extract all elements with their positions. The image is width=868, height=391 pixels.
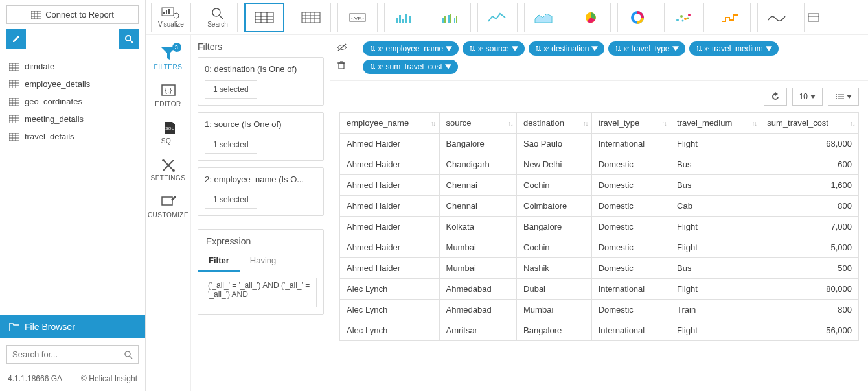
table-cell: 56,000 [760,320,859,341]
svg-point-90 [836,96,837,97]
table-icon [9,63,19,71]
donut-chart-tool[interactable] [617,3,657,32]
table-row[interactable]: Ahmed HaiderBangaloreSao PauloInternatio… [340,134,859,154]
table-row[interactable]: Ahmed HaiderChennaiCochinDomesticBus1,60… [340,175,859,196]
svg-point-92 [836,98,837,99]
page-size-dropdown[interactable]: 10 [792,88,823,106]
bar-chart-tool[interactable] [384,3,424,32]
column-header[interactable]: sum_travel_cost↑↓ [760,113,859,134]
table-item[interactable]: dimdate [6,58,139,75]
table-item[interactable]: employee_details [6,75,139,93]
table-cell: Mumbai [439,258,516,279]
grouped-bar-tool[interactable] [431,3,471,32]
step-chart-tool[interactable] [711,3,751,32]
view-mode-dropdown[interactable] [828,88,859,106]
table-icon [254,11,275,24]
column-pill[interactable]: x² employee_name [363,41,459,56]
grouped-bar-icon [440,11,461,24]
table-item[interactable]: geo_cordinates [6,93,139,110]
table-cell: 800 [760,196,859,217]
search-button[interactable] [119,29,139,49]
search-input[interactable] [12,350,124,359]
table-row[interactable]: Alec LynchAhmedabadMumbaiDomesticTrain80… [340,300,859,320]
side-tabs: 3 FILTERS {:} EDITOR SQL SQL SETTINGS CU… [146,35,191,391]
svg-rect-22 [9,115,19,123]
copyright-label: © Helical Insight [81,374,137,383]
settings-tab[interactable]: SETTINGS [149,152,188,185]
column-pill[interactable]: x² sum_travel_cost [363,60,458,74]
settings-icon [159,156,177,172]
area-chart-tool[interactable] [524,3,564,32]
column-header[interactable]: travel_medium↑↓ [670,113,760,134]
svg-rect-7 [9,63,19,71]
eye-off-icon[interactable] [337,43,347,54]
editor-tab[interactable]: {:} EDITOR [149,78,188,112]
filter-card[interactable]: 2: employee_name (Is O...1 selected [198,167,324,216]
table-item[interactable]: travel_details [6,128,139,145]
spline-chart-tool[interactable] [757,3,797,32]
filter-selected-badge[interactable]: 1 selected [205,80,257,99]
table-row[interactable]: Ahmed HaiderMumbaiNashikDomesticBus500 [340,258,859,279]
refresh-icon [771,92,780,101]
column-pill[interactable]: x² destination [529,41,605,56]
scatter-chart-tool[interactable] [664,3,704,32]
line-chart-tool[interactable] [477,3,518,32]
svg-point-68 [676,19,679,21]
pie-chart-tool[interactable] [571,3,611,32]
customize-tab[interactable]: CUSTOMIZE [149,189,188,222]
table-viz-tool[interactable] [244,3,284,32]
column-pill[interactable]: x² travel_type [608,41,685,56]
table-row[interactable]: Alec LynchAhmedabadDubaiInternationalFli… [340,279,859,300]
vf-icon: <VF> [347,11,368,24]
table-row[interactable]: Ahmed HaiderChennaiCoimbatoreDomesticCab… [340,196,859,217]
svg-rect-56 [399,15,401,23]
crosstab-tool[interactable] [291,3,331,32]
column-header[interactable]: employee_name↑↓ [340,113,440,134]
visualize-tool[interactable]: Visualize [151,3,191,32]
expr-tab-having[interactable]: Having [240,250,286,272]
filter-selected-badge[interactable]: 1 selected [205,136,257,154]
column-header[interactable]: source↑↓ [439,113,516,134]
data-table: employee_name↑↓source↑↓destination↑↓trav… [330,112,868,391]
table-row[interactable]: Ahmed HaiderChandigarhNew DelhiDomesticB… [340,154,859,175]
expr-tab-filter[interactable]: Filter [198,250,240,272]
vf-tool[interactable]: <VF> [337,3,378,32]
table-cell: Ahmed Haider [340,175,440,196]
edit-button[interactable] [6,29,26,49]
svg-text:{:}: {:} [165,87,172,94]
table-item[interactable]: meeting_details [6,110,139,128]
column-pill[interactable]: x² source [463,41,525,56]
refresh-button[interactable] [764,88,787,106]
svg-line-33 [130,356,132,359]
expression-textarea[interactable] [205,278,317,307]
filters-tab[interactable]: 3 FILTERS [149,41,188,75]
file-browser-button[interactable]: File Browser [0,315,145,338]
editor-icon: {:} [159,82,177,98]
search-tool[interactable]: Search [198,3,238,32]
column-header[interactable]: destination↑↓ [517,113,592,134]
customize-icon [159,193,177,209]
svg-rect-61 [444,16,446,23]
card-tool[interactable] [804,3,823,32]
caret-down-icon [810,95,816,99]
table-icon [9,133,19,141]
table-cell: Flight [670,320,760,341]
sql-tab[interactable]: SQL SQL [149,115,188,148]
svg-text:SQL: SQL [165,126,174,130]
connect-to-report-button[interactable]: Connect to Report [6,5,139,24]
trash-icon[interactable] [337,60,347,71]
search-icon [207,6,228,19]
filter-selected-badge[interactable]: 1 selected [205,191,257,209]
table-row[interactable]: Alec LynchAmritsarBangaloreInternational… [340,320,859,341]
column-header[interactable]: travel_type↑↓ [591,113,670,134]
spline-icon [767,11,788,24]
filter-card[interactable]: 1: source (Is One of)1 selected [198,112,324,161]
column-pill[interactable]: x² travel_medium [689,41,779,56]
svg-point-71 [688,14,691,16]
table-row[interactable]: Ahmed HaiderMumbaiCochinDomesticFlight5,… [340,237,859,258]
table-row[interactable]: Ahmed HaiderKolkataBangaloreDomesticFlig… [340,217,859,237]
svg-rect-55 [396,18,398,23]
donut-icon [627,11,648,24]
filter-card[interactable]: 0: destination (Is One of)1 selected [198,57,324,106]
search-for-box[interactable] [6,345,139,364]
